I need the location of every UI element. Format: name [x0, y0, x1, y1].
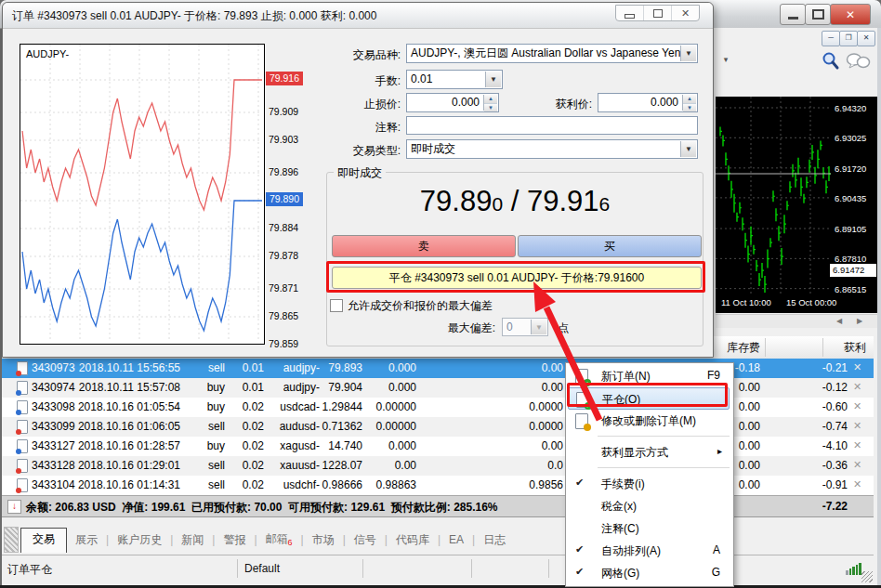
table-row[interactable]: 34331282018.10.16 01:29:01sell0.02xauusd…: [2, 456, 874, 476]
main-minimize-button[interactable]: [780, 4, 806, 25]
dock-gripper[interactable]: [4, 527, 19, 553]
tab-邮箱[interactable]: 邮箱6: [257, 531, 301, 547]
scroll-left-icon[interactable]: ◀: [836, 317, 842, 325]
tick-axis-label: 79.903: [269, 134, 306, 145]
tab-市场[interactable]: 市场: [304, 532, 343, 548]
mdi-close-button[interactable]: ✕: [857, 31, 875, 46]
cell-sl: 0.98863: [277, 478, 416, 491]
resize-grip[interactable]: [861, 571, 873, 582]
close-order-x-icon[interactable]: ✕: [853, 381, 861, 393]
tab-代码库[interactable]: 代码库: [388, 532, 438, 548]
menu-item[interactable]: 获利显示方式▸: [568, 441, 730, 464]
dialog-minimize-button[interactable]: [616, 6, 643, 20]
chevron-down-icon[interactable]: ▼: [680, 141, 696, 157]
chart-date-label: 15 Oct 00:00: [786, 297, 836, 307]
bottom-tabs-bar: 交易 展示|账户历史|新闻|警报|邮箱6|市场|信号|代码库|EA|日志: [2, 516, 874, 555]
tab-日志[interactable]: 日志: [475, 532, 514, 548]
tab-警报[interactable]: 警报: [215, 532, 254, 548]
tick-chart-canvas: [20, 45, 262, 342]
order-doc-icon: [17, 420, 28, 434]
header-profit[interactable]: 获利: [792, 340, 866, 356]
main-close-button[interactable]: ✕: [830, 4, 871, 25]
menu-item[interactable]: ✔网格(G)G: [568, 562, 730, 584]
buy-button[interactable]: 买: [518, 235, 702, 257]
cell-tp: 0.00: [424, 361, 563, 374]
menu-item[interactable]: ✔自动排列(A)A: [568, 540, 730, 562]
deviation-checkbox[interactable]: [330, 299, 343, 312]
table-row[interactable]: 34330992018.10.16 01:06:05sell0.02audusd…: [2, 417, 874, 437]
search-magnifier-icon[interactable]: [822, 51, 840, 72]
sell-dot-icon: [16, 371, 21, 376]
dialog-title: 订单 #3430973 sell 0.01 AUDJPY- 于价格: 79.89…: [12, 8, 376, 24]
cell-sl: 0.00: [277, 459, 416, 472]
table-row[interactable]: 34331042018.10.16 01:14:31sell0.02usdchf…: [2, 476, 874, 495]
cell-tp: 0.00: [424, 381, 563, 394]
table-row[interactable]: 34309742018.10.11 15:57:08buy0.01audjpy-…: [2, 378, 874, 398]
table-row[interactable]: 34331272018.10.16 01:28:57buy0.02xagusd-…: [2, 437, 874, 456]
stepper-icons[interactable]: ▲▼: [682, 95, 696, 111]
close-order-x-icon[interactable]: ✕: [853, 478, 861, 490]
sell-dot-icon: [16, 429, 21, 435]
price-axis-label: 6.93025: [835, 133, 877, 143]
tab-信号[interactable]: 信号: [346, 532, 385, 548]
status-profile[interactable]: Default: [244, 562, 280, 575]
symbol-select[interactable]: AUDJPY-, 澳元日圆 Australian Dollar vs Japan…: [406, 44, 698, 63]
menu-item[interactable]: 注释(C): [568, 517, 730, 540]
volume-select[interactable]: 0.01 ▼: [406, 70, 503, 89]
dialog-close-button[interactable]: ✕: [671, 6, 699, 20]
chevron-down-icon[interactable]: ▼: [485, 72, 501, 87]
main-chart-window[interactable]: 6.943206.930256.917206.904356.891056.878…: [716, 97, 877, 313]
close-order-x-icon[interactable]: ✕: [853, 361, 861, 373]
close-order-x-icon[interactable]: ✕: [853, 400, 861, 412]
buy-dot-icon: [16, 390, 21, 396]
ask-price-tag: 79.916: [266, 72, 303, 85]
mdi-minimize-button[interactable]: ─: [822, 31, 840, 46]
table-row[interactable]: 34330982018.10.16 01:05:54buy0.02usdcad-…: [2, 398, 874, 417]
cell-sl: 0.000: [277, 439, 416, 452]
tab-新闻[interactable]: 新闻: [173, 532, 212, 548]
chart-horizontal-scrollbar[interactable]: ◀ ▶: [716, 314, 877, 328]
table-row[interactable]: 34309732018.10.11 15:56:55sell0.01audjpy…: [2, 359, 874, 378]
sell-dot-icon: [16, 468, 21, 474]
close-order-x-icon[interactable]: ✕: [853, 439, 861, 451]
stepper-icons[interactable]: ▲▼: [483, 95, 497, 111]
menu-item[interactable]: 修改或删除订单(M): [568, 410, 730, 432]
order-type-select[interactable]: 即时成交 ▼: [406, 139, 698, 159]
status-divider: [362, 559, 363, 578]
menu-item[interactable]: ✔手续费(i): [568, 473, 730, 495]
menu-item-label: 注释(C): [601, 521, 639, 537]
comment-label: 注释:: [319, 120, 401, 136]
tab-展示[interactable]: 展示: [67, 532, 106, 548]
close-order-x-icon[interactable]: ✕: [853, 459, 861, 471]
order-type-value: 即时成交: [411, 142, 455, 155]
chevron-down-icon[interactable]: ▼: [680, 46, 696, 61]
tick-chart-symbol: AUDJPY-: [26, 48, 69, 59]
sell-button[interactable]: 卖: [332, 235, 516, 257]
stoploss-input[interactable]: 0.000 ▲▼: [406, 93, 499, 112]
current-price-label: 6.91472: [830, 264, 876, 277]
menu-item-label: 自动排列(A): [601, 543, 661, 559]
main-chart-canvas: [716, 97, 877, 313]
main-maximize-button[interactable]: [805, 4, 831, 25]
tick-axis-label: 79.859: [269, 338, 306, 349]
menu-shortcut: G: [712, 566, 720, 579]
max-deviation-select[interactable]: 0 ▼: [502, 318, 548, 336]
tab-EA[interactable]: EA: [440, 533, 472, 546]
close-icon: ✕: [846, 8, 855, 21]
order-doc-icon: [17, 381, 28, 395]
comment-input[interactable]: [406, 116, 698, 135]
order-type-label: 交易类型:: [319, 143, 401, 159]
dialog-title-bar[interactable]: 订单 #3430973 sell 0.01 AUDJPY- 于价格: 79.89…: [3, 3, 713, 29]
tab-账户历史[interactable]: 账户历史: [109, 532, 170, 548]
takeprofit-label: 获利价:: [505, 97, 592, 112]
tab-交易[interactable]: 交易: [20, 528, 67, 553]
toolbar-chevron-button[interactable]: ▾: [717, 52, 734, 67]
scroll-right-icon[interactable]: ▶: [857, 317, 862, 325]
mdi-restore-button[interactable]: ❐: [839, 31, 858, 46]
close-order-x-icon[interactable]: ✕: [853, 420, 861, 432]
status-divider: [548, 559, 549, 578]
dialog-maximize-button[interactable]: [643, 6, 671, 20]
chat-bubbles-icon[interactable]: [846, 52, 872, 72]
menu-item[interactable]: 税金(x): [568, 495, 730, 517]
takeprofit-input[interactable]: 0.000 ▲▼: [598, 93, 698, 112]
